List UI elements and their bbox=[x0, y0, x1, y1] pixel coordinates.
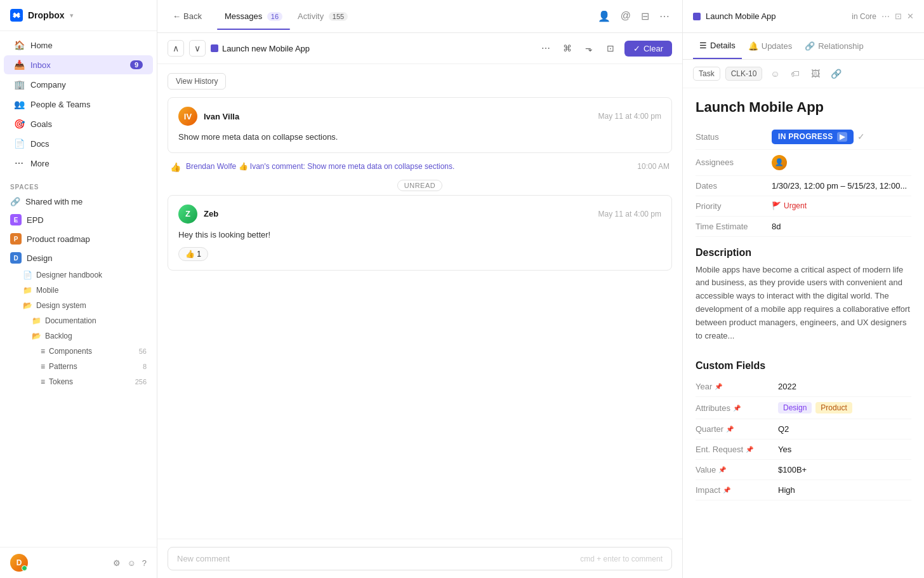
file-icon: 📄 bbox=[23, 271, 32, 279]
task-title: Launch Mobile App bbox=[696, 88, 911, 124]
mention-icon[interactable]: @ bbox=[618, 8, 633, 25]
nav-section: 🏠Home 📥Inbox9 🏢Company 👥People & Teams 🎯… bbox=[0, 31, 157, 177]
help-icon[interactable]: ? bbox=[142, 558, 147, 568]
field-assignees: Assignees 👤 bbox=[696, 150, 911, 176]
right-tab-details[interactable]: ☰ Details bbox=[693, 33, 742, 59]
status-badge[interactable]: IN PROGRESS ▶ bbox=[772, 130, 854, 144]
message-toolbar: ∧ ∨ Launch new Mobile App ⋯ ⌘ ⬎ ⊡ ✓ Clea… bbox=[157, 33, 682, 64]
cf-quarter: Quarter 📌 Q2 bbox=[696, 419, 911, 440]
kebab-icon[interactable]: ⋯ bbox=[537, 39, 555, 57]
back-button[interactable]: ← Back bbox=[168, 9, 207, 24]
right-more-icon[interactable]: ⋯ bbox=[881, 11, 890, 21]
msg-body-2: Hey this is looking better! bbox=[178, 229, 661, 241]
message-card-1: IV Ivan Villa May 11 at 4:00 pm Show mor… bbox=[168, 97, 672, 153]
cf-attributes: Attributes 📌 Design Product bbox=[696, 397, 911, 419]
cf-value-value: $100B+ bbox=[778, 465, 911, 474]
assignee-avatar[interactable]: 👤 bbox=[772, 155, 787, 170]
space-product[interactable]: P Product roadmap bbox=[0, 229, 157, 248]
inbox-badge: 9 bbox=[130, 60, 143, 69]
space-design[interactable]: D Design bbox=[0, 248, 157, 267]
tree-backlog[interactable]: 📂 Backlog bbox=[0, 328, 157, 344]
priority-badge[interactable]: 🚩 Urgent bbox=[772, 201, 807, 210]
attr-product-tag[interactable]: Product bbox=[815, 402, 852, 413]
msg-body-1: Show more meta data on collapse sections… bbox=[178, 131, 661, 144]
person-icon[interactable]: 👤 bbox=[595, 8, 613, 25]
tree-documentation[interactable]: 📁 Documentation bbox=[0, 313, 157, 328]
filter-icon[interactable]: ⊟ bbox=[638, 8, 652, 25]
activity-comment-link[interactable]: Ivan's comment: Show more meta data on c… bbox=[250, 162, 454, 171]
message-area: ∧ ∨ Launch new Mobile App ⋯ ⌘ ⬎ ⊡ ✓ Clea… bbox=[157, 33, 682, 578]
tree-tokens[interactable]: ≡ Tokens 256 bbox=[0, 374, 157, 389]
back-arrow-icon: ← bbox=[173, 11, 181, 21]
comment-input-area[interactable]: New comment cmd + enter to comment bbox=[168, 547, 672, 570]
messages-badge: 16 bbox=[267, 12, 282, 21]
nav-home[interactable]: 🏠Home bbox=[4, 36, 153, 55]
status-arrow[interactable]: ▶ bbox=[837, 132, 847, 142]
field-status: Status IN PROGRESS ▶ ✓ bbox=[696, 124, 911, 150]
pin-icon4: 📌 bbox=[746, 446, 753, 453]
priority-value: 🚩 Urgent bbox=[772, 201, 911, 210]
prev-arrow[interactable]: ∧ bbox=[168, 40, 184, 57]
avatar-zeb: Z bbox=[178, 205, 197, 224]
tree-components[interactable]: ≡ Components 56 bbox=[0, 344, 157, 359]
attr-design-tag[interactable]: Design bbox=[778, 402, 812, 413]
tab-activity[interactable]: Activity 155 bbox=[290, 3, 355, 30]
task-id-tag[interactable]: CLK-10 bbox=[725, 67, 763, 81]
tree-designer-handbook[interactable]: 📄 Designer handbook bbox=[0, 267, 157, 283]
updates-icon: 🔔 bbox=[748, 41, 758, 51]
next-arrow[interactable]: ∨ bbox=[189, 40, 206, 57]
tree-design-system[interactable]: 📂 Design system bbox=[0, 298, 157, 313]
reaction-thumbs[interactable]: 👍 1 bbox=[178, 247, 208, 261]
link-icon[interactable]: 🔗 bbox=[828, 66, 843, 81]
cmd-icon[interactable]: ⌘ bbox=[558, 39, 576, 57]
status-check-icon[interactable]: ✓ bbox=[857, 131, 865, 142]
nav-people[interactable]: 👥People & Teams bbox=[4, 95, 153, 114]
spaces-label: SPACES bbox=[0, 177, 157, 193]
nav-company[interactable]: 🏢Company bbox=[4, 75, 153, 94]
tree-mobile[interactable]: 📁 Mobile bbox=[0, 283, 157, 298]
msg-user-2: Zeb bbox=[204, 209, 218, 218]
check-icon: ✓ bbox=[633, 44, 640, 53]
main-panel: ← Back Messages 16 Activity 155 👤 @ ⊟ ⋯ … bbox=[157, 0, 683, 578]
right-tab-relationship[interactable]: 🔗 Relationship bbox=[798, 33, 870, 59]
tree-patterns[interactable]: ≡ Patterns 8 bbox=[0, 359, 157, 374]
nav-goals[interactable]: 🎯Goals bbox=[4, 114, 153, 133]
tab-messages[interactable]: Messages 16 bbox=[217, 3, 290, 30]
cf-attributes-label: Attributes 📌 bbox=[696, 403, 778, 413]
right-header-actions: ⋯ ⊡ ✕ bbox=[881, 11, 914, 21]
right-layout-icon[interactable]: ⊡ bbox=[895, 11, 902, 21]
archive-icon[interactable]: ⬎ bbox=[580, 39, 598, 57]
folder-open-icon2: 📂 bbox=[32, 332, 41, 340]
right-title-badge bbox=[693, 13, 701, 20]
image-icon[interactable]: 🖼 bbox=[808, 66, 823, 81]
emoji-icon[interactable]: ☺ bbox=[767, 66, 782, 81]
flag-icon: 🚩 bbox=[772, 201, 781, 210]
view-history-button[interactable]: View History bbox=[168, 73, 226, 90]
right-panel: Launch Mobile App in Core ⋯ ⊡ ✕ ☰ Detail… bbox=[683, 0, 924, 578]
settings-icon[interactable]: ⚙ bbox=[113, 558, 121, 568]
smiley-icon[interactable]: ☺ bbox=[127, 558, 135, 568]
space-shared[interactable]: 🔗 Shared with me bbox=[0, 193, 157, 210]
right-close-icon[interactable]: ✕ bbox=[907, 11, 914, 21]
message-header-1: IV Ivan Villa May 11 at 4:00 pm bbox=[178, 107, 661, 126]
space-epd[interactable]: E EPD bbox=[0, 210, 157, 229]
clear-button[interactable]: ✓ Clear bbox=[624, 41, 672, 57]
right-content: Launch Mobile App Status IN PROGRESS ▶ ✓… bbox=[683, 88, 924, 501]
sidebar: Dropbox ▾ 🏠Home 📥Inbox9 🏢Company 👥People… bbox=[0, 0, 157, 578]
task-color-indicator bbox=[211, 44, 218, 52]
layout-icon[interactable]: ⊡ bbox=[602, 39, 619, 57]
comment-box: New comment cmd + enter to comment bbox=[157, 539, 682, 578]
app-chevron: ▾ bbox=[70, 11, 74, 20]
task-type-tag[interactable]: Task bbox=[693, 67, 720, 81]
nav-docs[interactable]: 📄Docs bbox=[4, 134, 153, 153]
cf-quarter-value: Q2 bbox=[778, 424, 911, 434]
tag-icon[interactable]: 🏷 bbox=[788, 66, 803, 81]
pin-icon3: 📌 bbox=[726, 426, 734, 433]
more-dots-icon[interactable]: ⋯ bbox=[657, 8, 672, 25]
activity-text: Brendan Wolfe 👍 Ivan's comment: Show mor… bbox=[186, 162, 632, 171]
nav-more[interactable]: ⋯More bbox=[4, 154, 153, 173]
right-tab-updates[interactable]: 🔔 Updates bbox=[742, 33, 798, 59]
folder-icon: 📁 bbox=[23, 286, 32, 295]
nav-inbox[interactable]: 📥Inbox9 bbox=[4, 55, 153, 74]
activity-user-link[interactable]: Brendan Wolfe bbox=[186, 162, 236, 171]
